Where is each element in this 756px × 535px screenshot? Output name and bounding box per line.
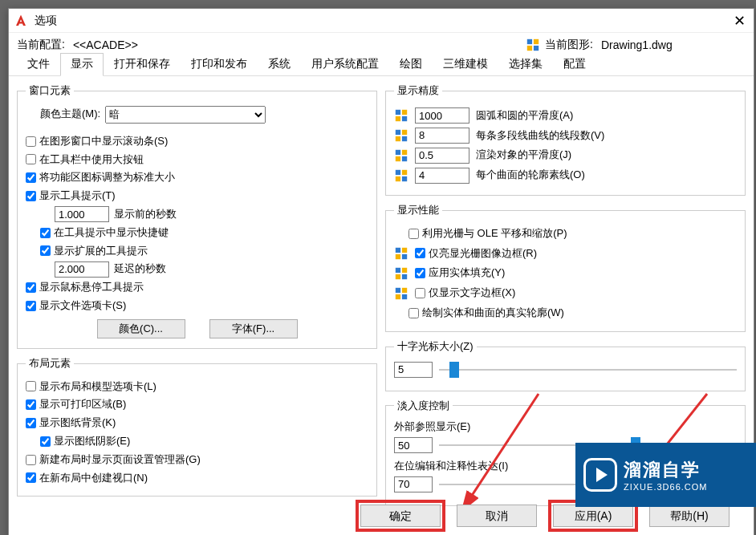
tab-profiles[interactable]: 配置: [553, 53, 596, 75]
tab-system[interactable]: 系统: [258, 53, 301, 75]
color-theme-label: 颜色主题(M):: [40, 106, 100, 123]
titlebar: 选项 ✕: [9, 9, 754, 33]
dwg-icon: [394, 286, 408, 301]
svg-rect-21: [402, 248, 407, 253]
chk-show-scrollbars[interactable]: [26, 136, 36, 147]
chk-show-layout-tabs[interactable]: [26, 381, 36, 391]
tab-display[interactable]: 显示: [60, 53, 104, 76]
tab-files[interactable]: 文件: [17, 53, 60, 75]
chk-highlight-raster[interactable]: [415, 248, 425, 258]
current-drawing-value: Drawing1.dwg: [601, 39, 713, 51]
input-xref-fade[interactable]: [394, 437, 433, 453]
tab-3d-modeling[interactable]: 三维建模: [433, 53, 498, 75]
svg-rect-29: [402, 287, 407, 292]
play-icon: [583, 458, 617, 492]
svg-rect-2: [527, 46, 532, 51]
watermark-title: 溜溜自学: [624, 458, 707, 482]
svg-rect-22: [396, 254, 400, 259]
chk-show-paper-shadow[interactable]: [40, 436, 51, 447]
input-render-smooth[interactable]: [415, 148, 469, 164]
dwg-icon: [526, 38, 540, 52]
chk-show-shortcuts[interactable]: [40, 228, 51, 238]
svg-rect-15: [402, 156, 407, 161]
arc-smooth-label: 圆弧和圆的平滑度(A): [476, 107, 573, 124]
group-crosshair-size: 十字光标大小(Z): [385, 338, 746, 391]
delay-seconds-label: 延迟的秒数: [114, 261, 166, 278]
dwg-icon: [394, 168, 408, 183]
tab-plot-publish[interactable]: 打印和发布: [181, 53, 258, 75]
svg-rect-11: [402, 136, 407, 141]
chk-resize-ribbon[interactable]: [26, 172, 36, 183]
svg-rect-8: [396, 130, 400, 135]
svg-rect-31: [402, 294, 407, 298]
svg-rect-16: [396, 169, 400, 174]
ok-button[interactable]: 确定: [360, 505, 441, 527]
input-arc-smooth[interactable]: [415, 107, 469, 124]
seconds-before-label: 显示前的秒数: [114, 206, 177, 223]
svg-rect-0: [527, 39, 532, 44]
tab-open-save[interactable]: 打开和保存: [104, 53, 181, 75]
chk-large-toolbar[interactable]: [26, 154, 36, 164]
fonts-button[interactable]: 字体(F)...: [209, 319, 298, 338]
chk-raster-pan[interactable]: [408, 229, 419, 239]
chk-show-ext-tooltips[interactable]: [40, 245, 51, 256]
svg-rect-6: [396, 116, 400, 121]
apply-button[interactable]: 应用(A): [553, 505, 633, 527]
svg-rect-25: [402, 268, 407, 273]
svg-rect-13: [402, 150, 407, 155]
display-performance-legend: 显示性能: [394, 202, 442, 219]
chk-show-pagesetup[interactable]: [26, 455, 36, 465]
cancel-button[interactable]: 取消: [457, 505, 537, 527]
chk-show-file-tabs[interactable]: [26, 301, 36, 311]
chk-create-viewport[interactable]: [26, 472, 36, 483]
color-theme-select[interactable]: 暗: [105, 106, 266, 124]
input-seconds-before[interactable]: [55, 206, 109, 222]
svg-rect-5: [402, 110, 407, 115]
close-icon[interactable]: ✕: [730, 11, 749, 30]
current-profile-value: <<ACADE>>: [73, 39, 201, 51]
current-profile-label: 当前配置:: [17, 38, 65, 52]
tab-user-prefs[interactable]: 用户系统配置: [301, 53, 389, 75]
input-surf-contour[interactable]: [415, 168, 469, 184]
chk-text-frame[interactable]: [415, 288, 425, 298]
watermark: 溜溜自学 ZIXUE.3D66.COM: [575, 443, 756, 507]
dwg-icon: [394, 246, 408, 261]
group-display-precision: 显示精度 圆弧和圆的平滑度(A) 每条多段线曲线的线段数(V) 渲染对象的平滑度…: [385, 83, 746, 196]
tab-drafting[interactable]: 绘图: [389, 53, 433, 75]
input-crosshair-size[interactable]: [394, 362, 433, 378]
group-layout-elements: 布局元素 显示布局和模型选项卡(L) 显示可打印区域(B) 显示图纸背景(K) …: [17, 355, 377, 497]
layout-elements-legend: 布局元素: [26, 355, 74, 372]
left-column: 窗口元素 颜色主题(M): 暗 在图形窗口中显示滚动条(S) 在工具栏中使用大按…: [17, 83, 377, 513]
tabs: 文件 显示 打开和保存 打印和发布 系统 用户系统配置 绘图 三维建模 选择集 …: [9, 54, 754, 76]
chk-show-tooltips[interactable]: [26, 191, 36, 201]
chk-show-paper-bg[interactable]: [26, 418, 36, 428]
svg-rect-24: [396, 268, 400, 273]
svg-rect-27: [402, 274, 407, 279]
watermark-url: ZIXUE.3D66.COM: [624, 482, 707, 492]
app-logo: [14, 14, 28, 28]
chk-true-silhouette[interactable]: [408, 308, 419, 318]
input-delay-seconds[interactable]: [55, 261, 109, 278]
svg-rect-3: [534, 46, 539, 51]
slider-crosshair-size[interactable]: [439, 363, 737, 376]
dwg-icon: [394, 108, 408, 123]
svg-rect-9: [402, 130, 407, 135]
svg-rect-18: [396, 176, 400, 180]
svg-rect-7: [402, 116, 407, 121]
dwg-icon: [394, 266, 408, 281]
input-pline-segs[interactable]: [415, 128, 469, 144]
tab-selection[interactable]: 选择集: [498, 53, 553, 75]
colors-button[interactable]: 颜色(C)...: [97, 319, 185, 338]
xref-fade-label: 外部参照显示(E): [394, 419, 737, 436]
dialog-title: 选项: [35, 14, 730, 28]
fade-control-legend: 淡入度控制: [394, 398, 453, 415]
chk-show-printable[interactable]: [26, 399, 36, 410]
profile-bar: 当前配置: <<ACADE>> 当前图形: Drawing1.dwg: [9, 33, 754, 54]
svg-rect-4: [396, 110, 400, 115]
help-button[interactable]: 帮助(H): [649, 505, 730, 527]
input-inplace-fade[interactable]: [394, 476, 433, 492]
window-elements-legend: 窗口元素: [26, 83, 74, 99]
chk-show-rollover[interactable]: [26, 282, 36, 293]
chk-solid-fill[interactable]: [415, 268, 425, 278]
svg-rect-17: [402, 169, 407, 174]
